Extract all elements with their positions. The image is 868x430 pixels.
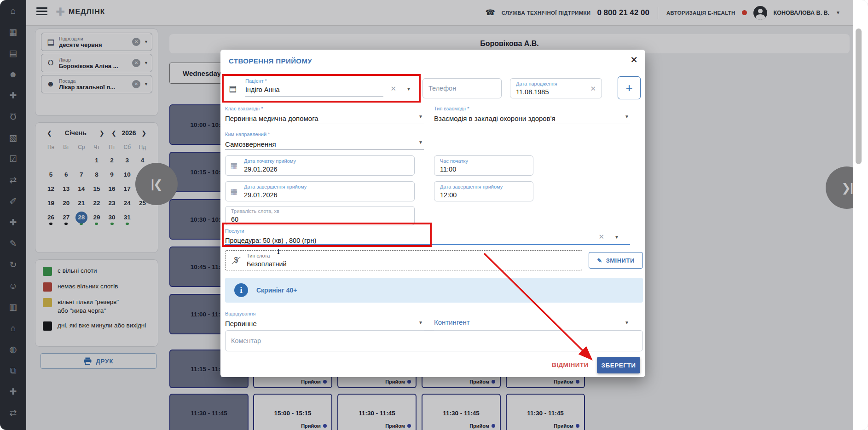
services-label: Послуги: [225, 228, 244, 234]
contingent-label: Контингент: [434, 318, 470, 326]
contingent-field[interactable]: Контингент ▼: [434, 309, 630, 330]
screening-link[interactable]: Скринінг 40+: [256, 287, 297, 294]
start-date-field[interactable]: ▦ Дата початку прийому 29.01.2026: [225, 155, 415, 176]
calendar-icon: ▦: [230, 161, 237, 171]
patient-value: Індіго Анна: [245, 86, 379, 94]
visit-field[interactable]: Відвідування Первинне ▼: [225, 309, 424, 330]
patient-label: Пацієнт *: [245, 78, 267, 84]
comment-field[interactable]: [225, 330, 643, 351]
end-time-label: Дата завершення прийому: [440, 184, 503, 190]
cancel-button[interactable]: ВІДМІНИТИ: [552, 361, 589, 368]
start-time-value: 11:00: [440, 165, 456, 173]
change-slot-type-button[interactable]: ✎ ЗМІНИТИ: [589, 252, 643, 269]
visit-label: Відвідування: [225, 311, 255, 316]
create-appointment-modal: СТВОРЕННЯ ПРИЙОМУ ✕ ▤ Пацієнт * Індіго А…: [220, 50, 645, 377]
end-date-field[interactable]: ▦ Дата завершення прийому 29.01.2026: [225, 181, 415, 201]
screening-banner: i Скринінг 40+: [225, 278, 643, 303]
save-button[interactable]: ЗБЕРЕГТИ: [597, 357, 640, 373]
referred-by-label: Ким направлений *: [225, 132, 270, 137]
modal-title: СТВОРЕННЯ ПРИЙОМУ: [229, 57, 312, 65]
referred-by-field[interactable]: Ким направлений * Самозвернення ▼: [225, 130, 424, 150]
start-date-label: Дата початку прийому: [244, 158, 296, 164]
hospital-building-icon: ▤: [229, 84, 237, 94]
change-button-label: ЗМІНИТИ: [606, 257, 635, 264]
slot-duration-value: 60: [231, 215, 238, 224]
add-patient-button[interactable]: +: [618, 76, 641, 99]
slot-type-value: Безоплатний: [247, 260, 287, 268]
chevron-down-icon[interactable]: ▼: [418, 114, 423, 119]
slot-type-field[interactable]: $ Тип слота Безоплатний: [225, 250, 582, 270]
chevron-down-icon[interactable]: ▼: [418, 320, 423, 325]
clear-services-icon[interactable]: ✕: [598, 233, 604, 241]
calendar-icon: ▦: [230, 187, 237, 196]
slot-type-label: Тип слота: [247, 253, 270, 259]
interaction-class-field[interactable]: Клас взаємодії * Первинна медична допомо…: [225, 104, 424, 124]
end-time-field[interactable]: Дата завершення прийому 12:00: [434, 181, 533, 201]
pencil-icon: ✎: [597, 257, 602, 264]
interaction-type-field[interactable]: Тип взаємодії * Взаємодія в закладі охор…: [434, 104, 630, 124]
clear-patient-icon[interactable]: ✕: [390, 85, 396, 93]
interaction-type-label: Тип взаємодії *: [434, 106, 469, 111]
birth-date-value: 11.08.1985: [516, 88, 549, 96]
comment-input[interactable]: [226, 331, 642, 351]
services-field[interactable]: Послуги Процедура: 50 (хв) , 800 (грн) ✕…: [225, 226, 630, 245]
clear-birth-date-icon[interactable]: ✕: [590, 85, 596, 93]
start-time-field[interactable]: Час початку 11:00: [434, 155, 533, 176]
chevron-down-icon[interactable]: ▼: [625, 320, 629, 325]
app-frame: ⌂▦▤☻✚Ʊ▧☑⇄✐✚✎↻☺▥⌂◍⧉✚⇄ ✚ МЕДЛІНК ☎ СЛУЖБА …: [0, 0, 868, 430]
birth-date-field[interactable]: Дата народження 11.08.1985 ✕: [510, 78, 602, 98]
free-slot-icon: $: [232, 256, 240, 264]
slot-duration-label: Тривалість слота, хв: [231, 208, 279, 214]
interaction-type-value: Взаємодія в закладі охорони здоров'я: [434, 115, 630, 123]
phone-field[interactable]: [422, 78, 502, 98]
scrollbar-thumb[interactable]: [856, 29, 862, 164]
interaction-class-value: Первинна медична допомога: [225, 115, 424, 123]
chevron-down-icon[interactable]: ▼: [625, 114, 629, 119]
phone-input[interactable]: [423, 79, 501, 98]
start-time-label: Час початку: [440, 158, 468, 164]
chevron-down-icon[interactable]: ▼: [614, 235, 619, 240]
slot-duration-field[interactable]: Тривалість слота, хв 60: [225, 206, 415, 225]
patient-field[interactable]: ▤ Пацієнт * Індіго Анна ✕ ▼: [225, 75, 418, 98]
start-date-value: 29.01.2026: [244, 165, 278, 173]
chevron-down-icon[interactable]: ▼: [406, 86, 411, 92]
birth-date-label: Дата народження: [516, 81, 557, 87]
services-value: Процедура: 50 (хв) , 800 (грн): [225, 236, 630, 245]
end-date-value: 29.01.2026: [244, 191, 278, 199]
referred-by-value: Самозвернення: [225, 140, 424, 149]
chevron-down-icon[interactable]: ▼: [418, 140, 423, 145]
visit-value: Первинне: [225, 320, 424, 328]
end-time-value: 12:00: [440, 191, 457, 199]
info-icon: i: [234, 283, 248, 297]
scrollbar-track: [853, 0, 868, 430]
end-date-label: Дата завершення прийому: [244, 184, 307, 190]
interaction-class-label: Клас взаємодії *: [225, 106, 263, 111]
close-icon[interactable]: ✕: [630, 54, 638, 65]
